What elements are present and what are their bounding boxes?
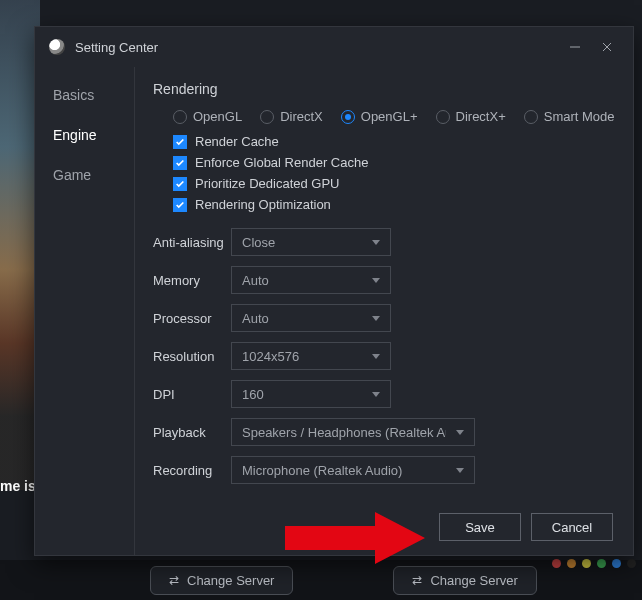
- select-playback[interactable]: Speakers / Headphones (Realtek Audio): [231, 418, 475, 446]
- checkbox-enforce-global-render-cache[interactable]: Enforce Global Render Cache: [153, 155, 633, 170]
- setting-row-processor: ProcessorAuto: [153, 304, 633, 332]
- radio-directx[interactable]: DirectX: [260, 109, 323, 124]
- select-value: Speakers / Headphones (Realtek Audio): [242, 425, 446, 440]
- save-button[interactable]: Save: [439, 513, 521, 541]
- checkbox-label: Enforce Global Render Cache: [195, 155, 368, 170]
- setting-label-processor: Processor: [153, 311, 231, 326]
- checkbox-icon: [173, 156, 187, 170]
- radio-label: DirectX: [280, 109, 323, 124]
- sidebar-item-engine[interactable]: Engine: [35, 115, 134, 155]
- change-server-button[interactable]: ⇄ Change Server: [150, 566, 293, 595]
- carousel-dot[interactable]: [597, 559, 606, 568]
- setting-label-recording: Recording: [153, 463, 231, 478]
- setting-label-antialias: Anti-aliasing: [153, 235, 231, 250]
- carousel-dots[interactable]: [552, 559, 636, 568]
- select-resolution[interactable]: 1024x576: [231, 342, 391, 370]
- carousel-dot[interactable]: [552, 559, 561, 568]
- radio-label: OpenGL+: [361, 109, 418, 124]
- chevron-down-icon: [372, 316, 380, 321]
- cancel-button[interactable]: Cancel: [531, 513, 613, 541]
- checkbox-label: Prioritize Dedicated GPU: [195, 176, 340, 191]
- select-value: 1024x576: [242, 349, 299, 364]
- setting-center-dialog: Setting Center BasicsEngineGame Renderin…: [34, 26, 634, 556]
- sidebar-item-basics[interactable]: Basics: [35, 75, 134, 115]
- setting-label-resolution: Resolution: [153, 349, 231, 364]
- minimize-button[interactable]: [559, 33, 591, 61]
- radio-dot-icon: [436, 110, 450, 124]
- checkbox-label: Rendering Optimization: [195, 197, 331, 212]
- svg-marker-0: [285, 512, 425, 564]
- close-button[interactable]: [591, 33, 623, 61]
- checkbox-label: Render Cache: [195, 134, 279, 149]
- radio-dot-icon: [524, 110, 538, 124]
- rendering-engine-options: OpenGLDirectXOpenGL+DirectX+Smart Mode: [153, 109, 633, 124]
- radio-smart-mode[interactable]: Smart Mode: [524, 109, 615, 124]
- app-logo-icon: [49, 39, 65, 55]
- chevron-down-icon: [456, 430, 464, 435]
- carousel-dot[interactable]: [567, 559, 576, 568]
- select-value: Auto: [242, 273, 269, 288]
- checkbox-prioritize-dedicated-gpu[interactable]: Prioritize Dedicated GPU: [153, 176, 633, 191]
- select-dpi[interactable]: 160: [231, 380, 391, 408]
- change-server-button[interactable]: ⇄ Change Server: [393, 566, 536, 595]
- section-title-rendering: Rendering: [153, 81, 633, 97]
- setting-label-playback: Playback: [153, 425, 231, 440]
- select-value: Close: [242, 235, 275, 250]
- chevron-down-icon: [372, 240, 380, 245]
- radio-directxplus[interactable]: DirectX+: [436, 109, 506, 124]
- chevron-down-icon: [456, 468, 464, 473]
- select-memory[interactable]: Auto: [231, 266, 391, 294]
- radio-dot-icon: [173, 110, 187, 124]
- annotation-arrow: [285, 510, 425, 566]
- radio-dot-icon: [341, 110, 355, 124]
- settings-sidebar: BasicsEngineGame: [35, 67, 135, 555]
- checkbox-render-cache[interactable]: Render Cache: [153, 134, 633, 149]
- truncated-text: me is: [0, 478, 36, 494]
- chevron-down-icon: [372, 392, 380, 397]
- setting-row-playback: PlaybackSpeakers / Headphones (Realtek A…: [153, 418, 633, 446]
- titlebar: Setting Center: [35, 27, 633, 67]
- checkbox-rendering-optimization[interactable]: Rendering Optimization: [153, 197, 633, 212]
- radio-label: DirectX+: [456, 109, 506, 124]
- setting-row-memory: MemoryAuto: [153, 266, 633, 294]
- radio-opengl[interactable]: OpenGL: [173, 109, 242, 124]
- radio-label: Smart Mode: [544, 109, 615, 124]
- setting-row-recording: RecordingMicrophone (Realtek Audio): [153, 456, 633, 484]
- radio-openglplus[interactable]: OpenGL+: [341, 109, 418, 124]
- change-server-label: Change Server: [430, 573, 517, 588]
- setting-label-memory: Memory: [153, 273, 231, 288]
- select-value: Auto: [242, 311, 269, 326]
- select-processor[interactable]: Auto: [231, 304, 391, 332]
- setting-row-resolution: Resolution1024x576: [153, 342, 633, 370]
- change-server-label: Change Server: [187, 573, 274, 588]
- setting-row-antialias: Anti-aliasingClose: [153, 228, 633, 256]
- checkbox-icon: [173, 135, 187, 149]
- chevron-down-icon: [372, 278, 380, 283]
- setting-label-dpi: DPI: [153, 387, 231, 402]
- carousel-dot[interactable]: [627, 559, 636, 568]
- select-value: Microphone (Realtek Audio): [242, 463, 402, 478]
- carousel-dot[interactable]: [582, 559, 591, 568]
- checkbox-icon: [173, 177, 187, 191]
- sidebar-item-game[interactable]: Game: [35, 155, 134, 195]
- select-recording[interactable]: Microphone (Realtek Audio): [231, 456, 475, 484]
- swap-icon: ⇄: [412, 573, 422, 587]
- radio-dot-icon: [260, 110, 274, 124]
- carousel-dot[interactable]: [612, 559, 621, 568]
- settings-content: Rendering OpenGLDirectXOpenGL+DirectX+Sm…: [135, 67, 633, 555]
- chevron-down-icon: [372, 354, 380, 359]
- checkbox-icon: [173, 198, 187, 212]
- swap-icon: ⇄: [169, 573, 179, 587]
- select-antialias[interactable]: Close: [231, 228, 391, 256]
- dialog-title: Setting Center: [75, 40, 158, 55]
- select-value: 160: [242, 387, 264, 402]
- setting-row-dpi: DPI160: [153, 380, 633, 408]
- close-icon: [601, 41, 613, 53]
- radio-label: OpenGL: [193, 109, 242, 124]
- dialog-button-row: Save Cancel: [439, 513, 613, 541]
- minimize-icon: [569, 41, 581, 53]
